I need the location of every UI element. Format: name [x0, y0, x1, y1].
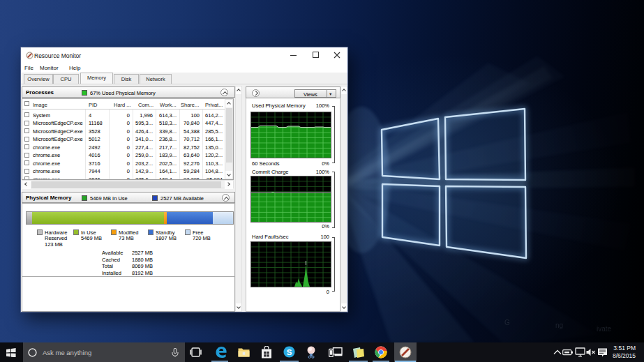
svg-text:Ask me anything: Ask me anything	[43, 349, 91, 356]
svg-text:ng: ng	[555, 322, 563, 329]
svg-text:3:51 PM: 3:51 PM	[613, 345, 636, 352]
svg-text:ivate: ivate	[597, 325, 612, 333]
svg-text:8/6/2015: 8/6/2015	[613, 352, 636, 359]
svg-text:G: G	[504, 319, 510, 326]
svg-text:S: S	[287, 348, 292, 356]
